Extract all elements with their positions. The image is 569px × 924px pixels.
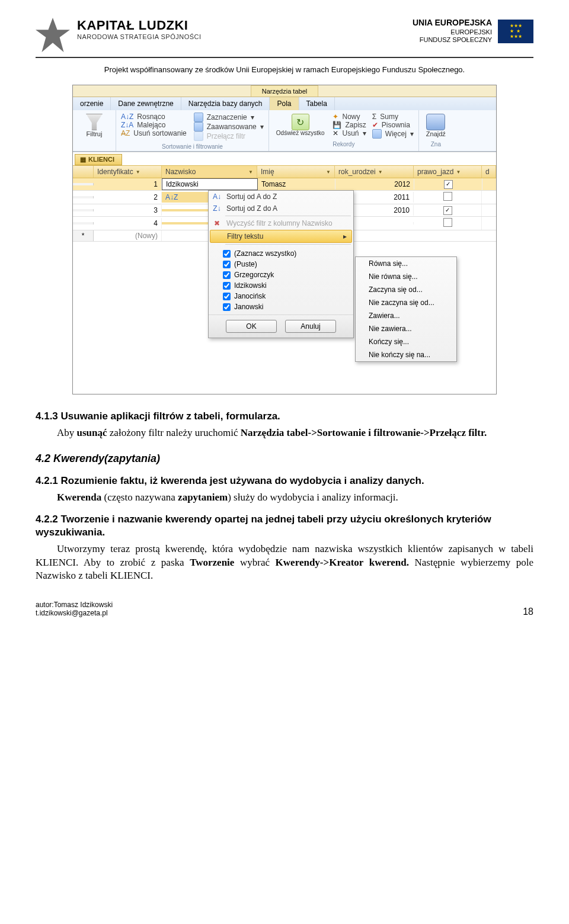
cell-pj[interactable] <box>414 217 482 230</box>
submenu-item[interactable]: Równa się... <box>356 257 456 270</box>
new-row-icon: * <box>73 230 94 241</box>
funnel-icon <box>86 114 103 130</box>
cell-pj[interactable] <box>414 191 482 204</box>
find-button[interactable]: Znajdź <box>424 113 448 139</box>
checkbox[interactable] <box>223 293 231 300</box>
ok-button[interactable]: OK <box>226 320 277 333</box>
submenu-item[interactable]: Nie zawiera... <box>356 322 456 335</box>
tab-dbtools[interactable]: Narzędzia bazy danych <box>181 97 270 110</box>
eu-sub1: EUROPEJSKI <box>450 28 492 36</box>
checkbox[interactable] <box>223 282 231 290</box>
cell-id[interactable]: 2 <box>94 192 162 203</box>
checkbox-icon[interactable]: ✓ <box>444 180 453 189</box>
clear-filter-icon: ✖ <box>212 219 222 227</box>
ctx-check-item[interactable]: Janowski <box>209 301 353 312</box>
table-tab-label: KLIENCI <box>88 156 114 163</box>
ctx-sort-az[interactable]: A↓Sortuj od A do Z <box>209 191 353 203</box>
check-label: Grzegorczyk <box>234 271 274 279</box>
cell-rok[interactable]: 2012 <box>335 179 414 190</box>
eu-logo: UNIA EUROPEJSKA EUROPEJSKI FUNDUSZ SPOŁE… <box>413 18 533 44</box>
ctx-check-item[interactable]: Janocińsk <box>209 291 353 301</box>
submenu-item[interactable]: Kończy się... <box>356 335 456 348</box>
check-label: (Puste) <box>234 260 257 268</box>
col-rest[interactable]: d <box>482 166 496 178</box>
page-number: 18 <box>523 607 533 617</box>
cell-id[interactable]: 3 <box>94 205 162 216</box>
cell-id[interactable]: 1 <box>94 179 162 190</box>
col-imie[interactable]: Imię▼ <box>257 166 335 178</box>
row-header[interactable] <box>73 209 94 211</box>
submenu-item[interactable]: Nie zaczyna się od... <box>356 296 456 309</box>
ctx-check-item[interactable]: (Puste) <box>209 259 353 270</box>
col-id[interactable]: Identyfikatc▼ <box>94 166 162 178</box>
submenu-item[interactable]: Nie kończy się na... <box>356 348 456 361</box>
cancel-button[interactable]: Anuluj <box>285 320 336 333</box>
col-prawo[interactable]: prawo_jazd▼ <box>414 166 482 178</box>
author-line: autor:Tomasz Idzikowski <box>36 601 113 609</box>
cell-pj[interactable]: ✓ <box>414 204 482 216</box>
cell-new[interactable]: (Nowy) <box>94 230 162 241</box>
more[interactable]: Więcej ▾ <box>372 129 414 139</box>
ctx-check-item[interactable]: (Zaznacz wszystko) <box>209 248 353 259</box>
row-header[interactable] <box>73 183 94 185</box>
cell-pj[interactable]: ✓ <box>414 178 482 190</box>
records-label: Rekordy <box>274 140 414 147</box>
new-label: Nowy <box>342 113 360 121</box>
col-prawo-label: prawo_jazd <box>417 168 453 176</box>
col-rok[interactable]: rok_urodzei▼ <box>335 166 414 178</box>
save-record[interactable]: 💾Zapisz <box>333 121 366 129</box>
row-header[interactable] <box>73 222 94 224</box>
sort-filter-label: Sortowanie i filtrowanie <box>121 142 264 150</box>
binoculars-icon <box>426 114 445 130</box>
spelling[interactable]: ✔Pisownia <box>372 121 414 129</box>
t: ) służy do wydobycia i analizy informacj… <box>228 492 398 503</box>
col-name[interactable]: Nazwisko▼ <box>162 166 257 178</box>
records-group: Odśwież wszystko ✦Nowy 💾Zapisz ✕Usuń ▾ Σ… <box>269 110 419 151</box>
access-screenshot: Narzędzia tabel orzenie Dane zewnętrzne … <box>72 85 497 394</box>
cell-name[interactable]: Idzikowski <box>162 178 258 190</box>
ctx-check-item[interactable]: Idzikowski <box>209 280 353 291</box>
sort-asc[interactable]: A↓ZRosnąco <box>121 113 187 121</box>
table-tab[interactable]: ▦KLIENCI <box>75 154 122 165</box>
tab-create[interactable]: orzenie <box>73 97 111 110</box>
t: (często nazywana <box>101 492 178 503</box>
ctx-check-item[interactable]: Grzegorczyk <box>209 270 353 280</box>
sort-asc-label: Rosnąco <box>137 113 165 121</box>
checkbox-icon[interactable] <box>443 192 452 201</box>
submenu-item[interactable]: Zawiera... <box>356 309 456 322</box>
submenu-item[interactable]: Nie równa się... <box>356 270 456 283</box>
ctx-text-filters[interactable]: Filtry tekstu▸ <box>210 230 352 243</box>
checkbox-icon[interactable] <box>443 218 452 227</box>
submenu-item[interactable]: Zaczyna się od... <box>356 283 456 296</box>
filter-button[interactable]: Filtruj <box>78 113 111 139</box>
refresh-button[interactable]: Odśwież wszystko <box>274 113 327 139</box>
tab-table[interactable]: Tabela <box>299 97 335 110</box>
tab-external[interactable]: Dane zewnętrzne <box>111 97 181 110</box>
tab-fields[interactable]: Pola <box>270 97 299 110</box>
col-rok-label: rok_urodzei <box>338 168 376 176</box>
selection-filter[interactable]: Zaznaczenie ▾ <box>194 113 264 122</box>
sort-desc[interactable]: Z↓AMalejąco <box>121 121 187 129</box>
row-selector-head[interactable] <box>73 166 94 178</box>
ribbon-tabs[interactable]: orzenie Dane zewnętrzne Narzędzia bazy d… <box>73 97 496 110</box>
spell-label: Pisownia <box>382 121 410 129</box>
checkbox[interactable] <box>223 303 231 311</box>
cell-id[interactable]: 4 <box>94 218 162 229</box>
checkbox-icon[interactable]: ✓ <box>443 206 452 215</box>
table-row[interactable]: 1 Idzikowski Tomasz 2012 ✓ <box>73 178 496 191</box>
row-header[interactable] <box>73 196 94 198</box>
totals[interactable]: ΣSumy <box>372 113 414 121</box>
delete-record[interactable]: ✕Usuń ▾ <box>333 129 366 137</box>
ctx-sort-za[interactable]: Z↓Sortuj od Z do A <box>209 203 353 214</box>
ctx-sort-za-label: Sortuj od Z do A <box>226 204 277 213</box>
checkbox[interactable] <box>223 261 231 268</box>
checkbox[interactable] <box>223 250 231 258</box>
advanced-filter[interactable]: Zaawansowane ▾ <box>194 122 264 131</box>
selection-label: Zaznaczenie <box>207 113 247 121</box>
cell-imie[interactable]: Tomasz <box>258 179 335 190</box>
sort-clear[interactable]: A̶ZUsuń sortowanie <box>121 129 187 137</box>
heading-413: 4.1.3 Usuwanie aplikacji filtrów z tabel… <box>36 410 533 423</box>
checkbox[interactable] <box>223 271 231 279</box>
kl-title: KAPITAŁ LUDZKI <box>77 18 202 33</box>
new-record[interactable]: ✦Nowy <box>333 113 366 121</box>
